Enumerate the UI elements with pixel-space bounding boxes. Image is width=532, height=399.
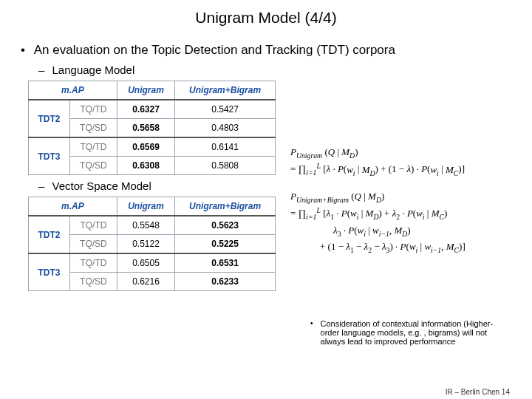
cell-value: 0.6327 xyxy=(117,100,174,119)
cell-value: 0.6233 xyxy=(175,273,276,291)
cell-tqtd: TQ/TD xyxy=(69,100,117,119)
table-row: TDT2 TQ/TD 0.5548 0.5623 xyxy=(29,216,276,235)
table-row: TDT2 TQ/TD 0.6327 0.5427 xyxy=(29,100,276,119)
cell-tqsd: TQ/SD xyxy=(69,119,117,138)
cell-value: 0.6531 xyxy=(175,253,276,273)
col-map: m.AP xyxy=(29,81,117,100)
dash-icon: – xyxy=(38,64,44,76)
sub-bullet-vsm-text: Vector Space Model xyxy=(52,180,151,192)
consideration-note: • Consideration of contextual informatio… xyxy=(310,319,510,346)
formula-unigram-bigram: PUnigram+Bigram (Q | MD) = ∏i=1L [λ1 · P… xyxy=(290,189,527,256)
cell-value: 0.5808 xyxy=(175,157,276,175)
sub-bullet-lm: – Language Model xyxy=(38,64,532,76)
row-tdt3: TDT3 xyxy=(29,137,70,175)
consideration-text: Consideration of contextual information … xyxy=(321,319,510,346)
table-row: TDT3 TQ/TD 0.6505 0.6531 xyxy=(29,253,276,273)
formula-unigram: PUnigram (Q | MD) = ∏i=1L [λ · P(wi | MD… xyxy=(290,145,527,179)
main-bullet: • An evaluation on the Topic Detection a… xyxy=(21,43,511,58)
row-tdt2: TDT2 xyxy=(29,100,70,137)
cell-tqtd: TQ/TD xyxy=(69,137,117,157)
table-row: TDT3 TQ/TD 0.6569 0.6141 xyxy=(29,137,276,157)
vsm-table: m.AP Unigram Unigram+Bigram TDT2 TQ/TD 0… xyxy=(28,197,276,291)
table-header-row: m.AP Unigram Unigram+Bigram xyxy=(29,197,276,216)
row-tdt2: TDT2 xyxy=(29,216,70,253)
dash-icon: – xyxy=(38,180,44,192)
bullet-dot: • xyxy=(310,319,313,346)
col-unigram: Unigram xyxy=(117,197,174,216)
cell-value: 0.5427 xyxy=(175,100,276,119)
cell-value: 0.6216 xyxy=(117,273,174,291)
bullet-dot: • xyxy=(21,43,25,57)
col-unigram-bigram: Unigram+Bigram xyxy=(175,81,276,100)
cell-tqsd: TQ/SD xyxy=(69,235,117,254)
main-bullet-text: An evaluation on the Topic Detection and… xyxy=(34,43,395,57)
lm-table: m.AP Unigram Unigram+Bigram TDT2 TQ/TD 0… xyxy=(28,81,276,175)
cell-tqsd: TQ/SD xyxy=(69,157,117,175)
sub-bullet-lm-text: Language Model xyxy=(52,64,135,76)
cell-value: 0.5623 xyxy=(175,216,276,235)
cell-tqsd: TQ/SD xyxy=(69,273,117,291)
cell-tqtd: TQ/TD xyxy=(69,216,117,235)
cell-value: 0.6505 xyxy=(117,253,174,273)
row-tdt3: TDT3 xyxy=(29,253,70,291)
cell-value: 0.5548 xyxy=(117,216,174,235)
cell-value: 0.6569 xyxy=(117,137,174,157)
cell-value: 0.6141 xyxy=(175,137,276,157)
col-unigram-bigram: Unigram+Bigram xyxy=(175,197,276,216)
slide-title: Unigram Model (4/4) xyxy=(0,9,532,27)
cell-value: 0.5122 xyxy=(117,235,174,254)
cell-value: 0.5658 xyxy=(117,119,174,138)
cell-value: 0.6308 xyxy=(117,157,174,175)
col-unigram: Unigram xyxy=(117,81,174,100)
cell-value: 0.4803 xyxy=(175,119,276,138)
cell-value: 0.5225 xyxy=(175,235,276,254)
cell-tqtd: TQ/TD xyxy=(69,253,117,273)
slide-footer: IR – Berlin Chen 14 xyxy=(446,388,510,396)
col-map: m.AP xyxy=(29,197,117,216)
table-header-row: m.AP Unigram Unigram+Bigram xyxy=(29,81,276,100)
formula-block: PUnigram (Q | MD) = ∏i=1L [λ · P(wi | MD… xyxy=(290,145,527,266)
